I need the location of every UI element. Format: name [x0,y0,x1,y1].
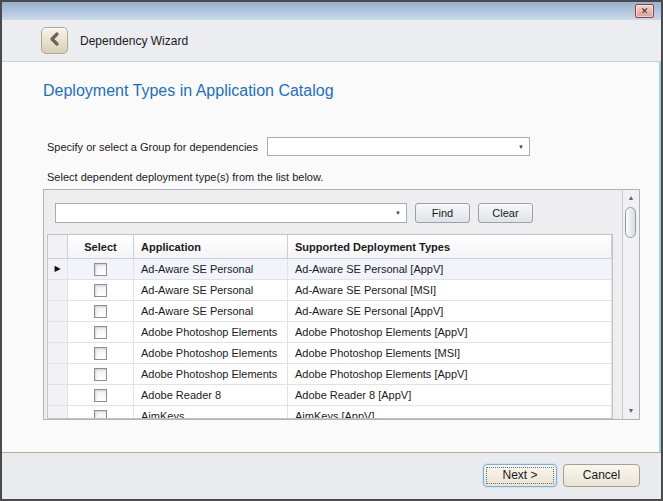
find-button[interactable]: Find [415,203,470,223]
row-marker-cell [48,364,68,385]
dependency-wizard-window: ✕ Dependency Wizard Deployment Types in … [0,0,663,501]
close-icon[interactable]: ✕ [635,4,654,18]
row-marker-cell [48,343,68,364]
row-checkbox[interactable] [94,389,107,402]
current-row-arrow-icon: ▶ [54,265,60,273]
row-checkbox[interactable] [94,263,107,276]
row-marker-cell [48,322,68,343]
deployment-type-cell: Ad-Aware SE Personal [AppV] [288,301,612,322]
row-marker-cell [48,280,68,301]
application-cell: Adobe Photoshop Elements [134,364,288,385]
application-cell: Adobe Reader 8 [134,385,288,406]
back-button[interactable] [41,27,68,54]
group-combobox[interactable]: ▼ [267,137,530,156]
table-row[interactable]: ▶ Ad-Aware SE Personal Ad-Aware SE Perso… [48,259,612,280]
wizard-header: Dependency Wizard [2,20,661,62]
select-cell [68,343,134,364]
scroll-down-icon[interactable]: ▼ [623,403,639,419]
deployment-type-cell: Ad-Aware SE Personal [AppV] [288,259,612,280]
column-header-deployment-types[interactable]: Supported Deployment Types [288,235,612,259]
deployment-type-cell: Ad-Aware SE Personal [MSI] [288,280,612,301]
table-row[interactable]: Adobe Photoshop Elements Adobe Photoshop… [48,343,612,364]
column-header-select[interactable]: Select [68,235,134,259]
table-body: ▶ Ad-Aware SE Personal Ad-Aware SE Perso… [48,259,612,419]
select-cell [68,301,134,322]
grid-header-row: Select Application Supported Deployment … [48,235,612,259]
table-row[interactable]: Adobe Photoshop Elements Adobe Photoshop… [48,322,612,343]
row-marker-cell [48,385,68,406]
vertical-scrollbar[interactable]: ▲ ▼ [622,190,639,419]
scroll-up-icon[interactable]: ▲ [623,190,639,206]
deployment-type-cell: Adobe Reader 8 [AppV] [288,385,612,406]
table-row[interactable]: Ad-Aware SE Personal Ad-Aware SE Persona… [48,301,612,322]
row-checkbox[interactable] [94,347,107,360]
row-marker-cell: ▶ [48,259,68,280]
row-marker-header-cell [48,235,68,259]
scrollbar-thumb[interactable] [625,207,636,238]
search-combobox[interactable]: ▼ [55,203,407,223]
select-cell [68,259,134,280]
application-cell: Ad-Aware SE Personal [134,301,288,322]
row-checkbox[interactable] [94,305,107,318]
application-cell: Adobe Photoshop Elements [134,322,288,343]
row-marker-cell [48,301,68,322]
chevron-down-icon[interactable]: ▼ [513,144,529,150]
application-cell: Ad-Aware SE Personal [134,259,288,280]
deployment-type-cell: AimKeys [AppV] [288,406,612,419]
table-row[interactable]: Ad-Aware SE Personal Ad-Aware SE Persona… [48,280,612,301]
next-button[interactable]: Next > [483,464,557,487]
table-row[interactable]: AimKeys AimKeys [AppV] [48,406,612,419]
row-checkbox[interactable] [94,410,107,420]
chevron-down-icon[interactable]: ▼ [390,210,406,216]
deployment-type-cell: Adobe Photoshop Elements [AppV] [288,364,612,385]
deployment-types-grid: Select Application Supported Deployment … [47,234,613,419]
row-checkbox[interactable] [94,284,107,297]
footer-bar: Next > Cancel [2,452,661,499]
select-cell [68,322,134,343]
cancel-button[interactable]: Cancel [563,464,640,487]
deployment-type-cell: Adobe Photoshop Elements [AppV] [288,322,612,343]
clear-button[interactable]: Clear [478,203,533,223]
group-label: Specify or select a Group for dependenci… [47,141,258,153]
application-cell: AimKeys [134,406,288,419]
select-cell [68,385,134,406]
search-input[interactable] [56,204,390,222]
select-cell [68,280,134,301]
column-header-application[interactable]: Application [134,235,288,259]
select-cell [68,406,134,419]
back-arrow-icon [47,31,63,51]
deployment-type-cell: Adobe Photoshop Elements [MSI] [288,343,612,364]
group-combobox-input[interactable] [268,138,513,155]
table-row[interactable]: Adobe Photoshop Elements Adobe Photoshop… [48,364,612,385]
page-title: Deployment Types in Application Catalog [43,82,334,100]
title-bar: ✕ [2,2,661,20]
dependents-panel: ▼ Find Clear Select Application Supporte… [43,189,640,420]
select-cell [68,364,134,385]
row-marker-cell [48,406,68,419]
application-cell: Adobe Photoshop Elements [134,343,288,364]
select-dependents-label: Select dependent deployment type(s) from… [47,171,323,183]
row-checkbox[interactable] [94,326,107,339]
application-cell: Ad-Aware SE Personal [134,280,288,301]
table-row[interactable]: Adobe Reader 8 Adobe Reader 8 [AppV] [48,385,612,406]
wizard-title: Dependency Wizard [80,20,188,61]
row-checkbox[interactable] [94,368,107,381]
